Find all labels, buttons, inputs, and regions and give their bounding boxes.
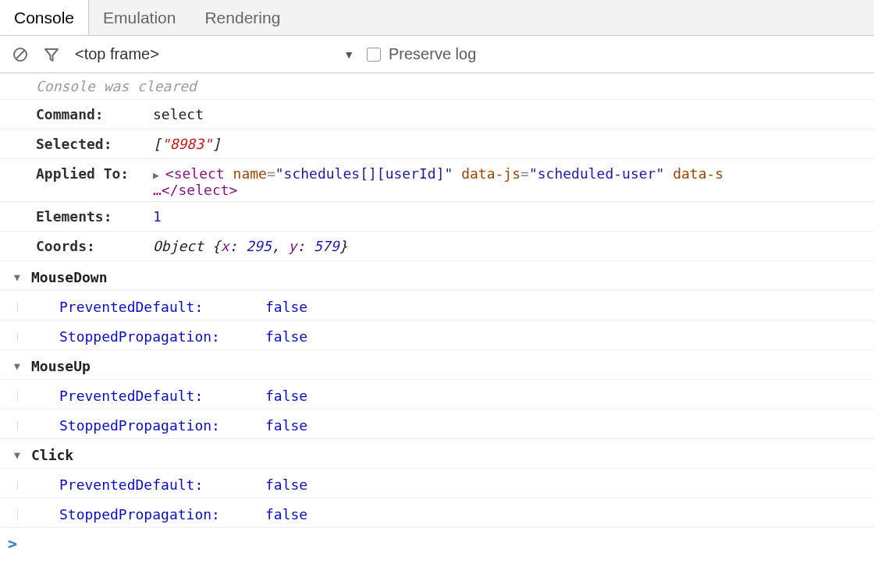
sub-key: PreventedDefault: [23, 299, 265, 315]
sub-key: StoppedPropagation: [23, 328, 265, 345]
sub-val: false [265, 417, 307, 434]
log-row-applied-to: Applied To: ▶<select name="schedules[][u… [0, 159, 874, 202]
log-row-command: Command: select [0, 100, 874, 129]
disclosure-triangle-icon[interactable]: ▼ [8, 449, 27, 461]
chevron-down-icon: ▼ [343, 48, 354, 61]
preserve-log-control[interactable]: Preserve log [367, 45, 476, 63]
disclosure-triangle-icon[interactable]: ▼ [8, 271, 27, 283]
preserve-log-label: Preserve log [389, 45, 476, 63]
obj-suffix: } [339, 238, 347, 254]
log-row-selected: Selected: ["8983"] [0, 129, 874, 159]
angle-bracket: </ [162, 182, 179, 198]
quote: " [529, 165, 538, 182]
angle-bracket: > [229, 182, 238, 198]
execution-context-select[interactable]: <top frame> ▼ [73, 45, 354, 63]
log-key: Coords: [36, 235, 153, 254]
tab-emulation[interactable]: Emulation [89, 0, 190, 35]
quote: " [656, 165, 664, 182]
sub-key: StoppedPropagation: [23, 417, 265, 434]
console-log: Console was cleared Command: select Sele… [0, 73, 874, 559]
attr-val: schedules[][userId] [284, 165, 445, 182]
obj-prefix: Object { [153, 238, 221, 254]
obj-key: y [288, 238, 297, 254]
console-input-prompt[interactable]: > [0, 528, 874, 559]
group-row: PreventedDefault: false [0, 291, 874, 321]
group-row: StoppedPropagation: false [0, 409, 874, 439]
disclosure-triangle-icon[interactable]: ▼ [8, 360, 27, 372]
eq: = [267, 165, 275, 182]
group-row: PreventedDefault: false [0, 380, 874, 409]
sub-val: false [265, 388, 307, 404]
tag-name: select [174, 165, 225, 182]
eq: = [520, 165, 529, 182]
quote: " [275, 165, 284, 182]
log-row-elements: Elements: 1 [0, 202, 874, 232]
preserve-log-checkbox[interactable] [367, 48, 381, 62]
log-key: Applied To: [36, 162, 153, 182]
sub-val: false [265, 328, 307, 345]
log-value[interactable]: ▶<select name="schedules[][userId]" data… [153, 162, 874, 198]
group-row: PreventedDefault: false [0, 469, 874, 498]
sub-val: false [265, 506, 307, 522]
group-row: StoppedPropagation: false [0, 498, 874, 528]
colon: : [297, 238, 314, 254]
obj-key: x [221, 238, 229, 254]
sub-key: PreventedDefault: [23, 476, 265, 493]
tab-rendering[interactable]: Rendering [190, 0, 295, 35]
group-head-mouseup[interactable]: ▼ MouseUp [0, 350, 874, 380]
group-name: MouseUp [31, 358, 91, 374]
quote: " [445, 165, 453, 182]
log-key: Elements: [36, 205, 153, 225]
bracket: [ [153, 136, 162, 152]
log-value: select [153, 103, 874, 122]
group-name: Click [31, 447, 73, 463]
sub-key: StoppedPropagation: [23, 506, 265, 522]
sub-val: false [265, 299, 307, 315]
log-key: Command: [36, 103, 153, 122]
sep: , [272, 238, 289, 254]
angle-bracket: < [165, 165, 174, 182]
colon: : [229, 238, 247, 254]
bracket: ] [212, 136, 221, 152]
attr-name: name [233, 165, 267, 182]
execution-context-label: <top frame> [75, 45, 159, 63]
group-head-mousedown[interactable]: ▼ MouseDown [0, 261, 874, 291]
svg-marker-2 [45, 49, 58, 61]
log-value[interactable]: Object {x: 295, y: 579} [153, 235, 874, 254]
console-cleared-msg: Console was cleared [0, 73, 874, 100]
log-key: Selected: [36, 133, 153, 152]
log-value: 1 [153, 205, 874, 225]
console-toolbar: <top frame> ▼ Preserve log [0, 36, 874, 73]
svg-line-1 [16, 50, 25, 58]
tab-console[interactable]: Console [0, 0, 89, 35]
string-literal: "8983" [162, 136, 212, 152]
attr-name: data-js [461, 165, 520, 182]
attr-name: data-s [673, 165, 723, 182]
clear-console-icon[interactable] [11, 45, 30, 64]
log-value: ["8983"] [153, 133, 874, 152]
group-head-click[interactable]: ▼ Click [0, 439, 874, 469]
obj-val: 579 [314, 238, 339, 254]
sub-val: false [265, 476, 307, 493]
devtools-tabbar: Console Emulation Rendering [0, 0, 874, 36]
group-name: MouseDown [31, 269, 108, 285]
obj-val: 295 [246, 238, 272, 254]
group-row: StoppedPropagation: false [0, 321, 874, 350]
log-row-coords: Coords: Object {x: 295, y: 579} [0, 232, 874, 261]
ellipsis: … [153, 182, 162, 198]
filter-icon[interactable] [42, 45, 61, 64]
sub-key: PreventedDefault: [23, 388, 265, 404]
attr-val: scheduled-user [538, 165, 656, 182]
tag-name: select [179, 182, 229, 198]
prompt-caret-icon: > [8, 534, 17, 553]
expand-triangle-icon[interactable]: ▶ [153, 169, 159, 181]
